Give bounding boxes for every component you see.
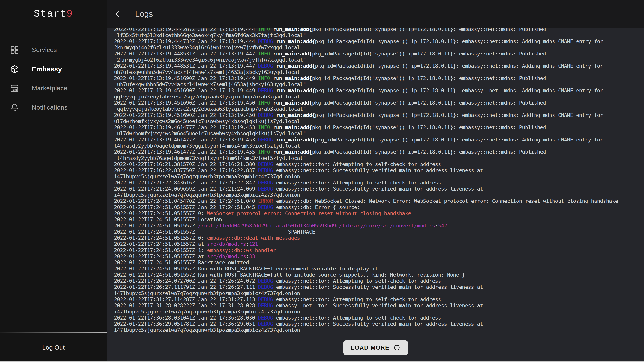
- load-more-button[interactable]: LOAD MORE: [344, 340, 408, 355]
- refresh-icon: [393, 344, 400, 351]
- main-panel: Logs 2022-01-22T17:13:19.444287Z Jan 22 …: [107, 0, 644, 362]
- log-entry: 2022-01-22T17:13:19.451690Z Jan 22 17:13…: [114, 100, 637, 112]
- sidebar-item-label: Marketplace: [32, 85, 67, 92]
- log-entry: 2022-01-22T17:26:24.072700Z Jan 22 17:26…: [114, 278, 637, 284]
- sidebar-item-embassy[interactable]: Embassy: [0, 60, 107, 79]
- log-entry: 2022-01-22T17:31:27.114287Z Jan 22 17:31…: [114, 296, 637, 302]
- log-entry: 2022-01-22T17:24:51.051557Z 0: WebSocket…: [114, 210, 637, 217]
- log-entry: 2022-01-22T17:13:19.451690Z Jan 22 17:13…: [114, 112, 637, 124]
- log-entries: 2022-01-22T17:13:19.444287Z Jan 22 17:13…: [114, 28, 637, 333]
- logo-accent: 9: [66, 8, 73, 20]
- log-entry: 2022-01-22T17:13:19.448531Z Jan 22 17:13…: [114, 63, 637, 75]
- sidebar-item-marketplace[interactable]: Marketplace: [0, 79, 107, 98]
- log-entry: 2022-01-22T17:24:51.051557Z Run with RUS…: [114, 266, 637, 272]
- log-entry: 2022-01-22T17:24:51.045470Z Jan 22 17:24…: [114, 198, 637, 204]
- log-entry: 2022-01-22T17:24:51.051557Z Jan 22 17:24…: [114, 204, 637, 210]
- bell-icon: [10, 103, 19, 112]
- log-entry: 2022-01-22T17:24:51.051557Z Backtrace om…: [114, 260, 637, 266]
- log-entry: 2022-01-22T17:31:28.028222Z Jan 22 17:31…: [114, 302, 637, 315]
- log-entry: 2022-01-22T17:16:22.837750Z Jan 22 17:16…: [114, 167, 637, 180]
- load-more-label: LOAD MORE: [351, 344, 389, 351]
- back-arrow-icon[interactable]: [114, 10, 123, 19]
- page-title: Logs: [135, 10, 153, 19]
- sidebar-nav: Services Embassy Marketplace Notificatio…: [0, 28, 107, 332]
- grid-icon: [10, 46, 19, 55]
- sidebar: Start9 Services Embassy Marketplace Noti: [0, 0, 107, 362]
- page-header: Logs: [107, 0, 644, 28]
- log-entry: 2022-01-22T17:24:51.051557Z 1: embassy::…: [114, 247, 637, 253]
- logout-button[interactable]: Log Out: [42, 344, 64, 351]
- log-entry: 2022-01-22T17:24:51.051557Z /rustc/f1edd…: [114, 223, 637, 229]
- log-entry: 2022-01-22T17:13:19.461477Z Jan 22 17:13…: [114, 149, 637, 161]
- log-entry: 2022-01-22T17:26:27.111791Z Jan 22 17:26…: [114, 284, 637, 296]
- log-entry: 2022-01-22T17:24:51.051557Z at src/db/mo…: [114, 241, 637, 247]
- app-logo: Start9: [0, 0, 107, 28]
- log-entry: 2022-01-22T17:13:19.451690Z Jan 22 17:13…: [114, 75, 637, 88]
- log-entry: 2022-01-22T17:21:24.069659Z Jan 22 17:21…: [114, 186, 637, 198]
- log-entry: 2022-01-22T17:24:51.051557Z ────────────…: [114, 229, 637, 235]
- log-entry: 2022-01-22T17:24:51.051557Z 0: embassy::…: [114, 235, 637, 241]
- log-entry: 2022-01-22T17:36:28.031041Z Jan 22 17:36…: [114, 315, 637, 321]
- log-entry: 2022-01-22T17:13:19.461477Z Jan 22 17:13…: [114, 124, 637, 137]
- sidebar-item-label: Embassy: [32, 65, 62, 73]
- load-more-row: LOAD MORE: [114, 340, 637, 355]
- log-entry: 2022-01-22T17:16:21.381570Z Jan 22 17:16…: [114, 161, 637, 167]
- bottom-border-line: [0, 361, 644, 362]
- sidebar-item-label: Notifications: [32, 104, 68, 111]
- sidebar-item-label: Services: [32, 46, 57, 54]
- log-entry: 2022-01-22T17:13:19.448531Z Jan 22 17:13…: [114, 51, 637, 63]
- log-entry: 2022-01-22T17:36:29.051781Z Jan 22 17:36…: [114, 321, 637, 333]
- sidebar-item-services[interactable]: Services: [0, 40, 107, 60]
- log-entry: 2022-01-22T17:13:19.444287Z Jan 22 17:13…: [114, 28, 637, 38]
- logo-main: Start: [34, 8, 66, 20]
- cube-icon: [10, 65, 19, 74]
- log-entry: 2022-01-22T17:13:19.461477Z Jan 22 17:13…: [114, 137, 637, 149]
- log-entry: 2022-01-22T17:13:19.451690Z Jan 22 17:13…: [114, 88, 637, 100]
- log-entry: 2022-01-22T17:24:51.051557Z Location:: [114, 217, 637, 223]
- log-viewer[interactable]: 2022-01-22T17:13:19.444287Z Jan 22 17:13…: [107, 28, 644, 362]
- logo-text: Start9: [34, 8, 73, 20]
- log-entry: 2022-01-22T17:24:51.051557Z Run with RUS…: [114, 272, 637, 278]
- storefront-icon: [10, 84, 19, 93]
- log-entry: 2022-01-22T17:13:19.444732Z Jan 22 17:13…: [114, 38, 637, 51]
- log-entry: 2022-01-22T17:21:22.843616Z Jan 22 17:21…: [114, 180, 637, 186]
- sidebar-item-notifications[interactable]: Notifications: [0, 98, 107, 117]
- sidebar-footer: Log Out: [0, 333, 107, 362]
- log-entry: 2022-01-22T17:24:51.051557Z at src/db/mo…: [114, 253, 637, 260]
